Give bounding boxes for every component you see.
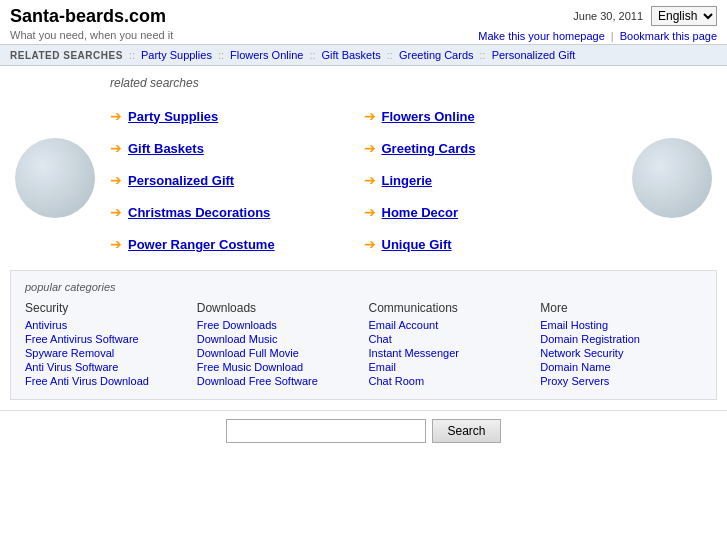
make-homepage-link[interactable]: Make this your homepage [478, 30, 605, 42]
nav-item-party-supplies[interactable]: Party Supplies [141, 49, 212, 61]
search-link-flowers-online[interactable]: Flowers Online [382, 109, 475, 124]
popular-grid: Security Antivirus Free Antivirus Softwa… [25, 301, 702, 389]
col-title-downloads: Downloads [197, 301, 359, 315]
arrow-icon: ➔ [110, 236, 122, 252]
pop-link-proxy-servers[interactable]: Proxy Servers [540, 375, 702, 387]
arrow-icon: ➔ [110, 108, 122, 124]
search-link-power-ranger[interactable]: Power Ranger Costume [128, 237, 275, 252]
search-link-christmas-decorations[interactable]: Christmas Decorations [128, 205, 270, 220]
nav-item-gift-baskets[interactable]: Gift Baskets [322, 49, 381, 61]
left-decoration [10, 76, 100, 260]
right-decoration [627, 76, 717, 260]
list-item: ➔ Personalized Gift [110, 164, 364, 196]
pop-link-free-antivirus[interactable]: Free Antivirus Software [25, 333, 187, 345]
pop-link-email[interactable]: Email [369, 361, 531, 373]
list-item: ➔ Power Ranger Costume [110, 228, 364, 260]
pop-col-more: More Email Hosting Domain Registration N… [540, 301, 702, 389]
list-item: ➔ Lingerie [364, 164, 618, 196]
tagline: What you need, when you need it [10, 29, 173, 41]
nav-item-personalized-gift[interactable]: Personalized Gift [492, 49, 576, 61]
nav-bar: RELATED SEARCHES :: Party Supplies :: Fl… [0, 45, 727, 66]
popular-categories: popular categories Security Antivirus Fr… [10, 270, 717, 400]
pop-link-download-music[interactable]: Download Music [197, 333, 359, 345]
arrow-icon: ➔ [364, 172, 376, 188]
nav-sep-2: :: [218, 49, 224, 61]
arrow-icon: ➔ [364, 204, 376, 220]
nav-item-flowers-online[interactable]: Flowers Online [230, 49, 303, 61]
list-item: ➔ Party Supplies [110, 100, 364, 132]
arrow-icon: ➔ [364, 140, 376, 156]
nav-sep-3: :: [309, 49, 315, 61]
list-item: ➔ Christmas Decorations [110, 196, 364, 228]
top-left: Santa-beards.com What you need, when you… [10, 6, 173, 41]
search-button[interactable]: Search [432, 419, 500, 443]
header-links: Make this your homepage | Bookmark this … [478, 30, 717, 42]
arrow-icon: ➔ [110, 172, 122, 188]
pop-link-network-security[interactable]: Network Security [540, 347, 702, 359]
nav-sep-5: :: [480, 49, 486, 61]
link-separator: | [611, 30, 617, 42]
list-item: ➔ Greeting Cards [364, 132, 618, 164]
pop-link-email-account[interactable]: Email Account [369, 319, 531, 331]
pop-col-security: Security Antivirus Free Antivirus Softwa… [25, 301, 187, 389]
date-lang-row: June 30, 2011 English [478, 6, 717, 26]
pop-link-domain-registration[interactable]: Domain Registration [540, 333, 702, 345]
arrow-icon: ➔ [110, 204, 122, 220]
top-right: June 30, 2011 English Make this your hom… [478, 6, 717, 42]
pop-link-email-hosting[interactable]: Email Hosting [540, 319, 702, 331]
pop-link-domain-name[interactable]: Domain Name [540, 361, 702, 373]
col-title-security: Security [25, 301, 187, 315]
col-title-communications: Communications [369, 301, 531, 315]
pop-link-download-software[interactable]: Download Free Software [197, 375, 359, 387]
pop-link-spyware[interactable]: Spyware Removal [25, 347, 187, 359]
pop-link-free-downloads[interactable]: Free Downloads [197, 319, 359, 331]
pop-link-free-music[interactable]: Free Music Download [197, 361, 359, 373]
search-grid: ➔ Party Supplies ➔ Flowers Online ➔ Gift… [110, 100, 617, 260]
nav-sep-1: :: [129, 49, 135, 61]
pop-link-antivirus-software[interactable]: Anti Virus Software [25, 361, 187, 373]
date: June 30, 2011 [573, 10, 643, 22]
related-searches-label: RELATED SEARCHES [10, 50, 123, 61]
site-title: Santa-beards.com [10, 6, 173, 27]
list-item: ➔ Home Decor [364, 196, 618, 228]
main-content: related searches ➔ Party Supplies ➔ Flow… [0, 66, 727, 270]
center-content: related searches ➔ Party Supplies ➔ Flow… [110, 76, 617, 260]
arrow-icon: ➔ [364, 236, 376, 252]
popular-title: popular categories [25, 281, 702, 293]
pop-link-download-movie[interactable]: Download Full Movie [197, 347, 359, 359]
list-item: ➔ Flowers Online [364, 100, 618, 132]
pop-link-antivirus[interactable]: Antivirus [25, 319, 187, 331]
search-link-party-supplies[interactable]: Party Supplies [128, 109, 218, 124]
pop-link-chat[interactable]: Chat [369, 333, 531, 345]
right-circle [632, 138, 712, 218]
pop-col-communications: Communications Email Account Chat Instan… [369, 301, 531, 389]
search-link-gift-baskets[interactable]: Gift Baskets [128, 141, 204, 156]
left-circle [15, 138, 95, 218]
col-title-more: More [540, 301, 702, 315]
arrow-icon: ➔ [364, 108, 376, 124]
search-link-lingerie[interactable]: Lingerie [382, 173, 433, 188]
search-bar: Search [0, 410, 727, 453]
search-link-greeting-cards[interactable]: Greeting Cards [382, 141, 476, 156]
search-link-unique-gift[interactable]: Unique Gift [382, 237, 452, 252]
search-link-personalized-gift[interactable]: Personalized Gift [128, 173, 234, 188]
pop-link-free-antivirus-dl[interactable]: Free Anti Virus Download [25, 375, 187, 387]
related-searches-title: related searches [110, 76, 617, 90]
arrow-icon: ➔ [110, 140, 122, 156]
pop-col-downloads: Downloads Free Downloads Download Music … [197, 301, 359, 389]
pop-link-instant-messenger[interactable]: Instant Messenger [369, 347, 531, 359]
nav-sep-4: :: [387, 49, 393, 61]
language-select[interactable]: English [651, 6, 717, 26]
list-item: ➔ Gift Baskets [110, 132, 364, 164]
search-input[interactable] [226, 419, 426, 443]
list-item: ➔ Unique Gift [364, 228, 618, 260]
search-link-home-decor[interactable]: Home Decor [382, 205, 459, 220]
nav-item-greeting-cards[interactable]: Greeting Cards [399, 49, 474, 61]
top-bar: Santa-beards.com What you need, when you… [0, 0, 727, 45]
bookmark-link[interactable]: Bookmark this page [620, 30, 717, 42]
pop-link-chat-room[interactable]: Chat Room [369, 375, 531, 387]
